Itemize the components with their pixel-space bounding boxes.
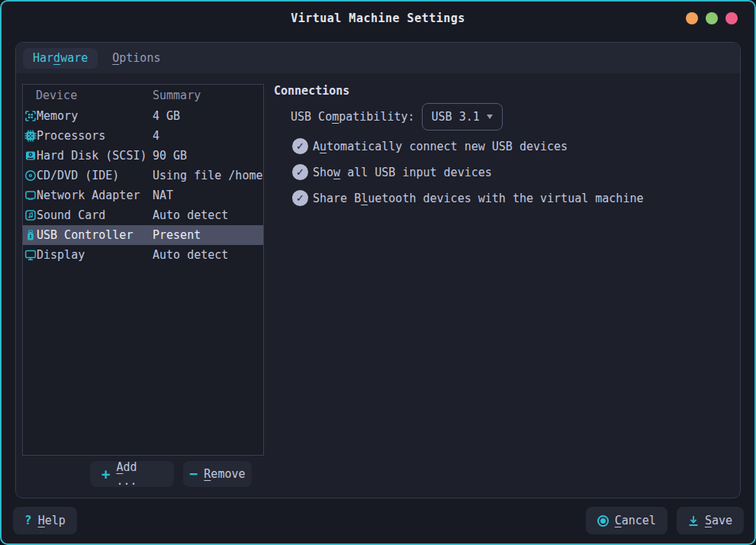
check-icon: ✓ xyxy=(296,167,304,177)
checked-checkbox-icon: ✓ xyxy=(292,138,308,154)
download-save-icon xyxy=(688,515,699,527)
device-summary: Auto detect xyxy=(153,248,263,262)
usb-controller-icon xyxy=(24,229,37,241)
memory-icon xyxy=(24,110,37,122)
add-device-button[interactable]: + Add ... xyxy=(90,461,174,487)
device-list: Device Summary Memory 4 GB Processors 4 xyxy=(22,84,264,456)
checkbox-label: Share Bluetooth devices with the virtual… xyxy=(313,192,643,205)
table-row-hard-disk[interactable]: Hard Disk (SCSI) 90 GB xyxy=(23,146,263,166)
usb-compatibility-value: USB 3.1 xyxy=(432,110,480,124)
footer-bar: ? Help Cancel Save xyxy=(13,507,744,534)
device-name: USB Controller xyxy=(37,228,153,242)
connections-section: Connections USB Compatibility: USB 3.1 ✓… xyxy=(274,84,731,206)
window-button-orange[interactable] xyxy=(686,12,698,24)
usb-options: ✓ Automatically connect new USB devices … xyxy=(292,138,731,206)
tab-bar: Hardware Options xyxy=(16,43,740,73)
window-controls xyxy=(686,12,738,24)
device-summary: 90 GB xyxy=(153,149,263,163)
usb-compatibility-dropdown[interactable]: USB 3.1 xyxy=(422,103,503,131)
device-name: Processors xyxy=(37,129,153,143)
tab-options[interactable]: Options xyxy=(102,48,170,69)
table-row-usb-controller[interactable]: USB Controller Present xyxy=(23,225,263,245)
device-name: Memory xyxy=(37,109,153,123)
device-summary: Using file /home/ xyxy=(153,169,263,182)
device-name: Sound Card xyxy=(37,208,153,222)
table-row-cd-dvd[interactable]: CD/DVD (IDE) Using file /home/ xyxy=(23,166,263,185)
check-icon: ✓ xyxy=(296,193,304,203)
window-button-green[interactable] xyxy=(706,12,718,24)
checked-checkbox-icon: ✓ xyxy=(292,190,308,206)
display-icon xyxy=(24,249,37,261)
window-title: Virtual Machine Settings xyxy=(291,11,465,25)
device-name: CD/DVD (IDE) xyxy=(37,169,153,182)
checkbox-share-bluetooth[interactable]: ✓ Share Bluetooth devices with the virtu… xyxy=(292,190,731,206)
table-row-network-adapter[interactable]: Network Adapter NAT xyxy=(23,185,263,205)
help-button[interactable]: ? Help xyxy=(13,507,77,534)
usb-compatibility-label: USB Compatibility: xyxy=(291,110,415,124)
window-button-pink[interactable] xyxy=(725,12,738,24)
main-frame: Hardware Options Device Summary Memory 4… xyxy=(15,42,741,498)
check-icon: ✓ xyxy=(296,141,304,151)
device-summary: Auto detect xyxy=(153,208,263,222)
device-summary: NAT xyxy=(153,189,263,202)
sound-card-icon xyxy=(24,209,37,221)
table-row-memory[interactable]: Memory 4 GB xyxy=(23,106,263,126)
column-summary: Summary xyxy=(153,89,201,102)
usb-compatibility-row: USB Compatibility: USB 3.1 xyxy=(291,103,731,131)
remove-device-button[interactable]: − Remove xyxy=(183,461,252,487)
table-row-sound-card[interactable]: Sound Card Auto detect xyxy=(23,205,263,225)
add-button-label: Add ... xyxy=(116,460,162,488)
hard-disk-icon xyxy=(24,150,37,162)
processors-icon xyxy=(24,130,37,142)
save-button-label: Save xyxy=(705,514,732,527)
chevron-down-icon xyxy=(487,114,493,119)
device-summary: Present xyxy=(153,228,263,242)
device-name: Network Adapter xyxy=(37,189,153,202)
help-button-label: Help xyxy=(38,514,66,527)
device-summary: 4 GB xyxy=(153,109,263,123)
table-row-processors[interactable]: Processors 4 xyxy=(23,126,263,146)
checkbox-label: Automatically connect new USB devices xyxy=(313,140,568,153)
checkbox-auto-connect[interactable]: ✓ Automatically connect new USB devices xyxy=(292,138,731,154)
connections-heading: Connections xyxy=(274,84,731,98)
cancel-button[interactable]: Cancel xyxy=(586,507,668,534)
checkbox-label: Show all USB input devices xyxy=(313,166,492,179)
device-name: Display xyxy=(37,248,153,262)
table-row-display[interactable]: Display Auto detect xyxy=(23,245,263,265)
titlebar: Virtual Machine Settings xyxy=(2,2,754,35)
cancel-icon xyxy=(597,515,609,527)
device-name: Hard Disk (SCSI) xyxy=(37,149,153,163)
cd-dvd-icon xyxy=(24,169,37,182)
tab-hardware[interactable]: Hardware xyxy=(23,48,98,69)
network-adapter-icon xyxy=(24,189,37,202)
remove-button-label: Remove xyxy=(204,467,245,481)
column-device: Device xyxy=(36,89,153,102)
checked-checkbox-icon: ✓ xyxy=(292,164,308,180)
table-header: Device Summary xyxy=(23,85,263,106)
cancel-button-label: Cancel xyxy=(615,514,656,527)
device-summary: 4 xyxy=(153,129,263,143)
vm-settings-window: Virtual Machine Settings Hardware Option… xyxy=(0,0,756,545)
save-button[interactable]: Save xyxy=(677,507,744,534)
checkbox-show-all-usb[interactable]: ✓ Show all USB input devices xyxy=(292,164,731,180)
